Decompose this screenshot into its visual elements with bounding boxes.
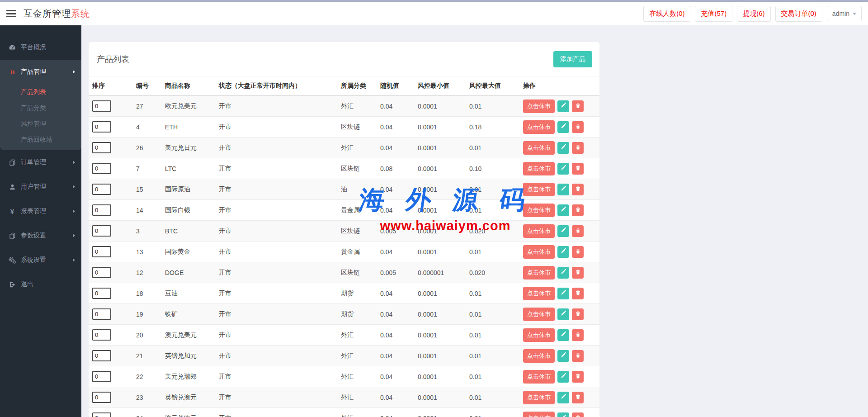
delete-button[interactable]	[572, 163, 584, 175]
risk-min-cell: 0.0001	[414, 96, 466, 117]
close-market-button[interactable]: 点击休市	[523, 328, 555, 342]
product-status-cell: 开市	[215, 117, 337, 137]
edit-button[interactable]	[557, 308, 569, 320]
sidebar-item-product-management[interactable]: B 产品管理	[0, 60, 81, 84]
trade-orders-button[interactable]: 交易订单(0)	[775, 6, 822, 22]
delete-button[interactable]	[572, 100, 584, 112]
online-users-button[interactable]: 在线人数(0)	[643, 6, 690, 22]
delete-button[interactable]	[572, 121, 584, 133]
sort-order-input[interactable]	[92, 225, 111, 237]
edit-button[interactable]	[557, 100, 569, 112]
delete-button[interactable]	[572, 142, 584, 154]
table-row: 26 美元兑日元 开市 外汇 0.04 0.0001 0.01 点击休市	[89, 137, 599, 158]
edit-button[interactable]	[557, 163, 569, 175]
sidebar-item-system-settings[interactable]: 系统设置	[0, 248, 81, 272]
delete-button[interactable]	[572, 204, 584, 216]
edit-button[interactable]	[557, 329, 569, 341]
random-value-cell: 0.005	[377, 262, 414, 283]
withdraw-button[interactable]: 提现(6)	[737, 6, 770, 22]
sort-order-input[interactable]	[92, 246, 111, 257]
table-row: 15 国际原油 开市 油 0.04 0.0001 0.01 点击休市	[89, 179, 599, 200]
close-market-button[interactable]: 点击休市	[523, 412, 555, 417]
sidebar-item-report-management[interactable]: ¥ 报表管理	[0, 199, 81, 223]
close-market-button[interactable]: 点击休市	[523, 224, 555, 238]
edit-button[interactable]	[557, 246, 569, 258]
edit-button[interactable]	[557, 392, 569, 403]
sort-order-input[interactable]	[92, 288, 111, 299]
edit-button[interactable]	[557, 204, 569, 216]
row-actions: 点击休市	[523, 349, 598, 363]
sidebar-item-logout[interactable]: 退出	[0, 272, 81, 297]
sidebar-item-parameter-settings[interactable]: 参数设置	[0, 223, 81, 248]
edit-button[interactable]	[557, 412, 569, 417]
sidebar-item-product-recycle[interactable]: 产品回收站	[0, 132, 81, 147]
sidebar-item-risk-management[interactable]: 风控管理	[0, 116, 81, 132]
sort-order-input[interactable]	[92, 350, 111, 361]
delete-button[interactable]	[572, 412, 584, 417]
risk-max-cell: 0.01	[466, 242, 519, 262]
recharge-button[interactable]: 充值(57)	[695, 6, 732, 22]
close-market-button[interactable]: 点击休市	[523, 391, 555, 404]
edit-button[interactable]	[557, 288, 569, 299]
close-market-button[interactable]: 点击休市	[523, 100, 555, 113]
edit-button[interactable]	[557, 142, 569, 154]
sidebar-item-user-management[interactable]: 用户管理	[0, 175, 81, 199]
hamburger-menu-icon[interactable]	[6, 10, 16, 17]
close-market-button[interactable]: 点击休市	[523, 245, 555, 259]
bitcoin-icon: B	[8, 68, 16, 76]
trash-icon	[575, 227, 581, 235]
edit-button[interactable]	[557, 184, 569, 195]
risk-max-cell: 0.01	[466, 179, 519, 200]
close-market-button[interactable]: 点击休市	[523, 183, 555, 196]
edit-button[interactable]	[557, 350, 569, 362]
sort-order-input[interactable]	[92, 412, 111, 417]
edit-button[interactable]	[557, 121, 569, 133]
edit-button[interactable]	[557, 371, 569, 383]
add-product-button[interactable]: 添加产品	[553, 51, 592, 67]
close-market-button[interactable]: 点击休市	[523, 308, 555, 321]
delete-button[interactable]	[572, 308, 584, 320]
edit-button[interactable]	[557, 225, 569, 237]
close-market-button[interactable]: 点击休市	[523, 287, 555, 300]
sidebar-item-platform-overview[interactable]: 平台概况	[0, 35, 81, 60]
admin-user-menu[interactable]: admin	[827, 6, 862, 21]
close-market-button[interactable]: 点击休市	[523, 349, 555, 363]
delete-button[interactable]	[572, 392, 584, 403]
sort-order-input[interactable]	[92, 392, 111, 403]
sort-order-input[interactable]	[92, 308, 111, 320]
sort-order-input[interactable]	[92, 100, 111, 112]
close-market-button[interactable]: 点击休市	[523, 141, 555, 155]
sort-order-input[interactable]	[92, 184, 111, 195]
sidebar-item-product-list[interactable]: 产品列表	[0, 84, 81, 100]
product-status-cell: 开市	[215, 158, 337, 179]
delete-button[interactable]	[572, 225, 584, 237]
delete-button[interactable]	[572, 267, 584, 279]
edit-button[interactable]	[557, 267, 569, 279]
product-category-cell: 期货	[337, 304, 377, 325]
delete-button[interactable]	[572, 371, 584, 383]
delete-button[interactable]	[572, 350, 584, 362]
delete-button[interactable]	[572, 184, 584, 195]
close-market-button[interactable]: 点击休市	[523, 204, 555, 217]
product-id-cell: 14	[132, 200, 161, 221]
sort-order-input[interactable]	[92, 142, 111, 153]
sort-order-input[interactable]	[92, 204, 111, 216]
close-market-button[interactable]: 点击休市	[523, 266, 555, 280]
delete-button[interactable]	[572, 329, 584, 341]
random-value-cell: 0.04	[377, 346, 414, 366]
delete-button[interactable]	[572, 246, 584, 258]
sort-order-input[interactable]	[92, 267, 111, 278]
random-value-cell: 0.005	[377, 221, 414, 242]
sort-order-input[interactable]	[92, 121, 111, 133]
sort-order-input[interactable]	[92, 163, 111, 174]
delete-button[interactable]	[572, 288, 584, 299]
close-market-button[interactable]: 点击休市	[523, 120, 555, 134]
product-list-card: 产品列表 添加产品 排序 编号 商品名称 状态（大盘正常开市时间内） 所属分类 …	[89, 42, 599, 417]
trash-icon	[575, 290, 581, 297]
sort-order-input[interactable]	[92, 329, 111, 341]
sidebar-item-product-category[interactable]: 产品分类	[0, 100, 81, 116]
close-market-button[interactable]: 点击休市	[523, 162, 555, 175]
sidebar-item-order-management[interactable]: 订单管理	[0, 150, 81, 175]
sort-order-input[interactable]	[92, 371, 111, 382]
close-market-button[interactable]: 点击休市	[523, 370, 555, 384]
